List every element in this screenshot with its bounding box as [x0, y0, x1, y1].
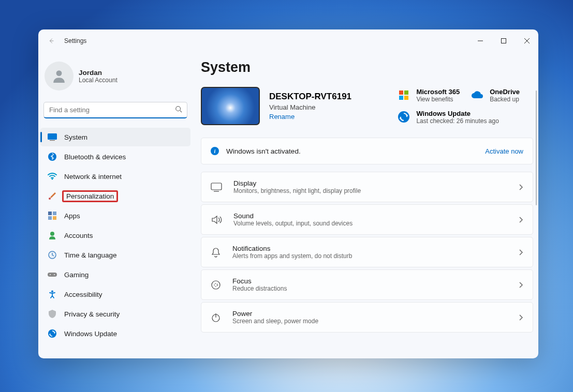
- avatar: [45, 62, 74, 91]
- tile-sub: View benefits: [416, 96, 460, 103]
- focus-icon: [211, 280, 221, 290]
- svg-rect-9: [53, 212, 56, 215]
- clock-icon: [48, 250, 57, 260]
- bell-icon: [211, 247, 221, 258]
- nav-label: System: [64, 133, 87, 141]
- card-focus[interactable]: Focus Reduce distractions: [201, 269, 533, 300]
- svg-point-6: [52, 178, 53, 180]
- card-sound[interactable]: Sound Volume levels, output, input, soun…: [201, 204, 533, 235]
- wifi-icon: [48, 172, 57, 181]
- titlebar: Settings: [38, 29, 538, 52]
- sidebar-item-privacy[interactable]: Privacy & security: [40, 305, 190, 323]
- power-icon: [211, 312, 221, 323]
- card-notifications[interactable]: Notifications Alerts from apps and syste…: [201, 237, 533, 267]
- tile-m365[interactable]: Microsoft 365 View benefits: [398, 87, 460, 103]
- svg-point-2: [176, 107, 181, 111]
- page-title: System: [201, 59, 533, 76]
- svg-point-15: [50, 274, 51, 275]
- nav-label: Network & internet: [64, 173, 122, 180]
- card-sub: Screen and sleep, power mode: [232, 318, 518, 325]
- minimize-button[interactable]: [468, 31, 492, 51]
- svg-rect-8: [48, 212, 52, 215]
- activation-card[interactable]: i Windows isn't activated. Activate now: [201, 138, 533, 164]
- sidebar-item-bluetooth[interactable]: Bluetooth & devices: [40, 147, 190, 166]
- device-thumbnail: [201, 87, 260, 125]
- nav-label: Accessibility: [64, 291, 102, 298]
- sidebar-item-accounts[interactable]: Accounts: [40, 226, 190, 245]
- card-title: Sound: [233, 212, 518, 220]
- sidebar-item-system[interactable]: System: [40, 128, 190, 146]
- sidebar-item-time[interactable]: Time & language: [40, 246, 190, 264]
- chevron-right-icon: [518, 184, 523, 191]
- tile-title: Microsoft 365: [416, 88, 460, 96]
- svg-rect-11: [53, 216, 56, 220]
- svg-point-26: [214, 283, 217, 287]
- svg-rect-4: [50, 140, 55, 141]
- sidebar-item-gaming[interactable]: Gaming: [40, 265, 190, 284]
- svg-point-1: [56, 70, 62, 76]
- update-icon: [398, 111, 410, 123]
- svg-point-7: [49, 198, 51, 200]
- sidebar: Jordan Local Account System Bluetooth & …: [38, 52, 194, 358]
- account-name: Jordan: [79, 69, 117, 77]
- shield-icon: [48, 309, 57, 319]
- accounts-icon: [48, 231, 57, 240]
- svg-point-18: [48, 329, 56, 338]
- apps-icon: [48, 211, 57, 220]
- sidebar-item-network[interactable]: Network & internet: [40, 167, 190, 186]
- card-sub: Volume levels, output, input, sound devi…: [233, 220, 518, 227]
- nav-label: Apps: [64, 212, 80, 220]
- tile-onedrive[interactable]: OneDrive Backed up: [471, 87, 533, 103]
- account-sub: Local Account: [79, 77, 117, 84]
- card-power[interactable]: Power Screen and sleep, power mode: [201, 302, 533, 333]
- close-button[interactable]: [515, 31, 538, 51]
- info-icon: i: [211, 147, 219, 155]
- card-title: Focus: [232, 277, 518, 285]
- card-sub: Alerts from apps and system, do not dist…: [232, 252, 518, 260]
- sound-icon: [211, 215, 222, 224]
- nav-label: Gaming: [64, 271, 89, 279]
- nav-label: Accounts: [64, 232, 93, 239]
- activate-link[interactable]: Activate now: [485, 147, 523, 155]
- scrollbar[interactable]: [536, 91, 537, 205]
- tile-title: OneDrive: [490, 88, 520, 96]
- tile-sub: Last checked: 26 minutes ago: [416, 117, 498, 125]
- search-input[interactable]: [43, 102, 187, 118]
- rename-link[interactable]: Rename: [269, 113, 351, 120]
- svg-rect-22: [404, 96, 408, 100]
- card-title: Notifications: [232, 245, 518, 252]
- sidebar-item-apps[interactable]: Apps: [40, 206, 190, 225]
- svg-point-23: [398, 111, 409, 123]
- svg-point-12: [50, 232, 54, 236]
- card-sub: Monitors, brightness, night light, displ…: [233, 187, 518, 194]
- svg-point-25: [212, 281, 220, 289]
- tile-update[interactable]: Windows Update Last checked: 26 minutes …: [398, 109, 533, 125]
- chevron-right-icon: [518, 314, 523, 321]
- back-button[interactable]: [46, 35, 57, 47]
- sidebar-item-accessibility[interactable]: Accessibility: [40, 285, 190, 304]
- svg-rect-10: [48, 216, 52, 220]
- tile-sub: Backed up: [490, 96, 520, 103]
- chevron-right-icon: [518, 249, 523, 256]
- maximize-button[interactable]: [492, 31, 515, 51]
- device-tile[interactable]: DESKTOP-RVT6191 Virtual Machine Rename: [201, 87, 351, 125]
- svg-rect-21: [399, 96, 403, 100]
- chevron-right-icon: [518, 281, 523, 289]
- device-name: DESKTOP-RVT6191: [269, 92, 351, 102]
- device-type: Virtual Machine: [269, 103, 351, 111]
- svg-point-16: [54, 274, 55, 275]
- card-sub: Reduce distractions: [232, 285, 518, 292]
- sidebar-item-update[interactable]: Windows Update: [40, 324, 190, 343]
- tile-title: Windows Update: [416, 110, 498, 117]
- settings-window: Settings Jordan Local Account: [38, 29, 538, 358]
- header-tiles: DESKTOP-RVT6191 Virtual Machine Rename M…: [201, 87, 533, 125]
- sidebar-item-personalization[interactable]: Personalization: [40, 187, 190, 205]
- svg-rect-3: [48, 133, 57, 140]
- nav-list: System Bluetooth & devices Network & int…: [40, 128, 190, 358]
- card-title: Power: [232, 310, 518, 318]
- nav-label: Windows Update: [64, 330, 117, 338]
- svg-rect-0: [501, 39, 506, 43]
- nav-label: Privacy & security: [64, 310, 120, 318]
- card-display[interactable]: Display Monitors, brightness, night ligh…: [201, 172, 533, 202]
- account-header[interactable]: Jordan Local Account: [40, 54, 190, 95]
